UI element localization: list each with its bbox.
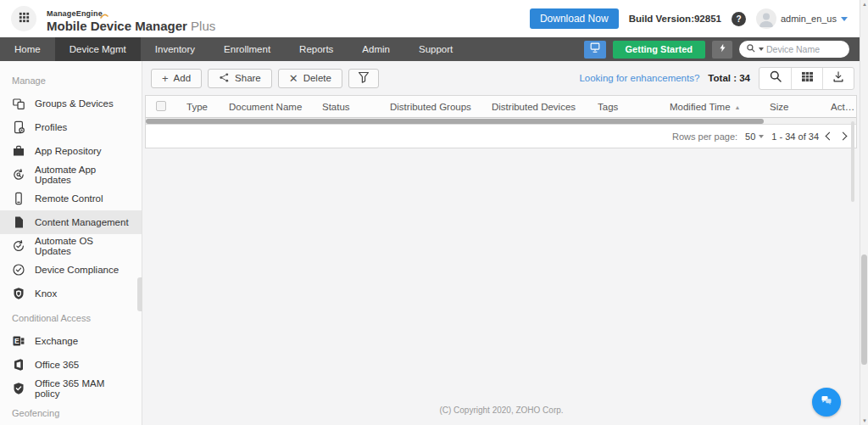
column-header-status[interactable]: Status — [310, 102, 378, 112]
table-grid-icon — [801, 70, 814, 86]
devices-icon — [12, 97, 25, 110]
nav-tab-admin[interactable]: Admin — [348, 37, 404, 61]
nav-tab-home[interactable]: Home — [0, 37, 55, 61]
download-now-button[interactable]: Download Now — [530, 8, 619, 29]
prev-page-button[interactable] — [826, 132, 834, 141]
column-header-groups[interactable]: Distributed Groups — [378, 102, 480, 112]
search-icon — [769, 70, 782, 87]
table-vertical-scrollbar-thumb[interactable] — [851, 121, 854, 202]
sidebar-item-device-compliance[interactable]: Device Compliance — [0, 258, 142, 282]
top-bar: ManageEngine Mobile Device Manager Plus … — [0, 0, 860, 37]
select-all-checkbox[interactable] — [156, 101, 166, 111]
sidebar-item-label: Device Compliance — [35, 265, 119, 275]
user-caret-icon — [841, 17, 848, 21]
sidebar-item-label: Automate App Updates — [35, 165, 130, 185]
build-version: Build Version:92851 — [629, 14, 721, 24]
documents-table: TypeDocument NameStatusDistributed Group… — [145, 95, 857, 148]
export-button[interactable] — [822, 68, 854, 89]
filter-button[interactable] — [348, 69, 379, 88]
column-header-name[interactable]: Document Name — [217, 102, 310, 112]
sidebar-item-office-365[interactable]: Office 365 — [0, 353, 142, 377]
rows-per-page-select[interactable]: 50 — [745, 131, 764, 142]
share-button[interactable]: Share — [208, 69, 272, 88]
sidebar-item-label: Groups & Devices — [35, 98, 114, 109]
sidebar-section-conditional-access: Conditional Access — [0, 305, 142, 329]
filter-icon — [357, 70, 370, 86]
app-grid-button[interactable] — [11, 6, 36, 31]
search-icon — [746, 42, 756, 57]
delete-button[interactable]: ✕Delete — [278, 69, 342, 88]
column-chooser-button[interactable] — [791, 68, 822, 89]
user-menu[interactable]: admin_en_us — [756, 8, 848, 29]
sidebar-collapse-handle[interactable] — [137, 277, 142, 311]
main-content: +Add Share ✕Delete Looking for enhanceme… — [143, 61, 860, 425]
device-search-box — [739, 41, 849, 58]
brand-name: ManageEngine — [47, 10, 103, 19]
column-header-modified[interactable]: Modified Time▲ — [658, 102, 758, 112]
sidebar-item-exchange[interactable]: EExchange — [0, 329, 142, 353]
sidebar-item-label: Profiles — [35, 122, 67, 132]
help-icon[interactable]: ? — [732, 12, 746, 26]
search-scope-caret-icon[interactable] — [759, 48, 764, 51]
svg-text:E: E — [14, 337, 19, 345]
doc-filled-icon — [12, 215, 25, 229]
column-header-type[interactable]: Type — [175, 102, 217, 112]
briefcase-icon — [12, 144, 25, 158]
getting-started-button[interactable]: Getting Started — [613, 41, 705, 59]
nav-tab-inventory[interactable]: Inventory — [141, 37, 209, 61]
sidebar-item-knox[interactable]: Knox — [0, 282, 142, 305]
hscroll-thumb[interactable] — [146, 119, 764, 124]
sidebar-item-label: Automate OS Updates — [35, 236, 130, 256]
sidebar-item-automate-os-updates[interactable]: Automate OS Updates — [0, 234, 142, 258]
sidebar-item-label: App Repository — [35, 146, 102, 156]
quick-actions-button[interactable] — [712, 41, 732, 59]
chat-button[interactable] — [812, 388, 841, 417]
circle-check-icon — [12, 263, 25, 277]
nav-tabs: HomeDevice MgmtInventoryEnrollmentReport… — [0, 37, 467, 61]
nav-tab-reports[interactable]: Reports — [285, 37, 348, 61]
copyright-text: (C) Copyright 2020, ZOHO Corp. — [143, 405, 860, 415]
sidebar-item-office-365-mam-policy[interactable]: Office 365 MAM policy — [0, 377, 142, 400]
avatar — [756, 8, 776, 29]
add-button[interactable]: +Add — [151, 69, 202, 88]
sidebar-item-app-repository[interactable]: App Repository — [0, 139, 142, 163]
page-scrollbar: ▲ ▼ — [860, 0, 868, 425]
nav-tab-enrollment[interactable]: Enrollment — [209, 37, 285, 61]
pagination-bar: Rows per page: 50 1 - 34 of 34 — [146, 125, 856, 148]
main-nav: HomeDevice MgmtInventoryEnrollmentReport… — [0, 37, 860, 61]
username: admin_en_us — [781, 14, 837, 24]
column-header-devices[interactable]: Distributed Devices — [480, 102, 586, 112]
download-icon — [832, 70, 845, 87]
sidebar-item-content-management[interactable]: Content Management — [0, 210, 142, 234]
enhancements-link[interactable]: Looking for enhancements? — [579, 73, 699, 83]
product-name: Mobile Device Manager Plus — [47, 20, 215, 34]
scroll-down-arrow[interactable]: ▼ — [860, 418, 868, 423]
x-icon: ✕ — [289, 73, 298, 84]
table-search-button[interactable] — [760, 68, 791, 89]
sidebar-item-profiles[interactable]: Profiles — [0, 115, 142, 139]
demo-presentation-button[interactable] — [584, 41, 606, 59]
column-header-action[interactable]: Action — [819, 102, 856, 112]
table-horizontal-scrollbar — [146, 118, 856, 125]
sidebar-item-remote-control[interactable]: Remote Control — [0, 187, 142, 210]
profiles-icon — [12, 120, 25, 134]
column-header-size[interactable]: Size — [758, 102, 819, 112]
nav-tab-device-mgmt[interactable]: Device Mgmt — [55, 37, 141, 61]
presentation-icon — [589, 42, 601, 57]
toolbar: +Add Share ✕Delete Looking for enhanceme… — [143, 61, 860, 95]
sidebar-section-geofencing: Geofencing — [0, 400, 142, 424]
scroll-up-arrow[interactable]: ▲ — [860, 2, 868, 7]
device-search-input[interactable] — [766, 44, 839, 54]
next-page-button[interactable] — [839, 132, 848, 141]
sidebar-item-label: Exchange — [35, 336, 78, 346]
sidebar-item-automate-app-updates[interactable]: Automate App Updates — [0, 163, 142, 187]
sidebar-item-groups-devices[interactable]: Groups & Devices — [0, 92, 142, 115]
nav-tab-support[interactable]: Support — [404, 37, 467, 61]
table-header-row: TypeDocument NameStatusDistributed Group… — [146, 96, 856, 118]
sync-check-icon — [12, 239, 25, 253]
sidebar-item-label: Knox — [35, 288, 57, 299]
page-scroll-thumb[interactable] — [861, 254, 867, 365]
column-header-checkbox — [146, 101, 175, 113]
column-header-tags[interactable]: Tags — [586, 102, 658, 112]
pagination-range: 1 - 34 of 34 — [771, 131, 819, 142]
